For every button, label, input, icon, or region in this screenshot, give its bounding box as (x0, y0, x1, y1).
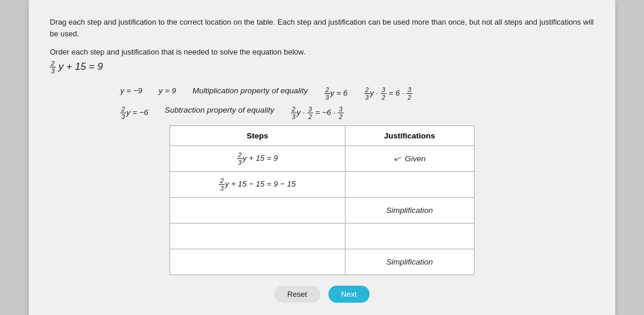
table-section: Steps Justifications 23y + 15 = 9 ↙ Give… (50, 126, 594, 275)
step-4[interactable] (170, 223, 345, 249)
steps-table: Steps Justifications 23y + 15 = 9 ↙ Give… (170, 126, 474, 275)
next-button[interactable]: Next (328, 286, 370, 303)
drag-frac-y-neg6[interactable]: 23y = −6 (120, 106, 148, 120)
justification-5: Simplification (345, 249, 474, 275)
table-row (170, 223, 474, 249)
table-row: Simplification (170, 197, 474, 223)
drag-frac-expr1[interactable]: 23y · 32 = 6 · 32 (364, 86, 413, 101)
step-1[interactable]: 23y + 15 = 9 (170, 145, 345, 171)
drag-frac-y-6[interactable]: 23y = 6 (324, 86, 348, 101)
drag-y-neg9[interactable]: y = −9 (120, 86, 143, 101)
justification-4[interactable] (345, 223, 474, 249)
drag-row-2: 23y = −6 Subtraction property of equalit… (50, 106, 594, 120)
justification-2[interactable] (345, 171, 474, 197)
drag-mult-prop[interactable]: Multiplication property of equality (192, 86, 308, 101)
step-2[interactable]: 23y + 15 − 15 = 9 − 15 (170, 171, 345, 197)
step-3[interactable] (170, 197, 345, 223)
instructions-text: Drag each step and justification to the … (50, 16, 594, 39)
drag-y-pos9[interactable]: y = 9 (159, 86, 177, 101)
main-card: Drag each step and justification to the … (29, 0, 615, 315)
drag-frac-expr2[interactable]: 23y · 32 = −6 · 32 (291, 106, 344, 120)
table-row: Simplification (170, 249, 474, 275)
equation-text: y + 15 = 9 (59, 61, 103, 72)
table-row: 23y + 15 = 9 ↙ Given (170, 145, 474, 171)
table-row: 23y + 15 − 15 = 9 − 15 (170, 171, 474, 197)
given-label: Given (405, 154, 425, 163)
reset-button[interactable]: Reset (274, 286, 320, 303)
step-5[interactable] (170, 249, 345, 275)
given-arrow-icon: ↙ (392, 153, 402, 165)
equation-header: 23 y + 15 = 9 (50, 60, 594, 74)
drag-sub-prop[interactable]: Subtraction property of equality (165, 106, 274, 120)
col-steps-header: Steps (170, 126, 345, 145)
button-row: Reset Next (50, 286, 594, 303)
drag-row-1: y = −9 y = 9 Multiplication property of … (50, 86, 594, 101)
col-justifications-header: Justifications (345, 126, 474, 145)
justification-3: Simplification (345, 197, 474, 223)
justification-1: ↙ Given (345, 145, 474, 171)
order-text: Order each step and justification that i… (50, 48, 594, 56)
frac-2-3: 23 (50, 60, 56, 74)
